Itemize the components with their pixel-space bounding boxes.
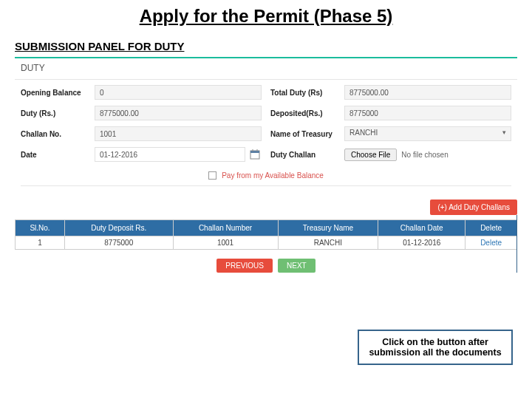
- add-duty-challans-button[interactable]: (+) Add Duty Challans: [430, 200, 517, 215]
- nav-button-row: PREVIOUS NEXT: [0, 259, 532, 273]
- panel-header: DUTY: [15, 58, 517, 80]
- th-slno: Sl.No.: [16, 219, 65, 236]
- choose-file-button[interactable]: Choose File: [344, 149, 397, 161]
- challan-no-label: Challan No.: [21, 130, 95, 138]
- th-deposit: Duty Deposit Rs.: [64, 219, 173, 236]
- treasury-label: Name of Treasury: [270, 130, 344, 138]
- pay-from-balance-checkbox[interactable]: [208, 171, 216, 180]
- right-column: Total Duty (Rs) 8775000.00 Deposited(Rs.…: [270, 84, 511, 167]
- th-challan: Challan Number: [173, 219, 278, 236]
- previous-button[interactable]: PREVIOUS: [216, 259, 273, 273]
- file-status-text: No file chosen: [401, 151, 448, 159]
- pay-from-balance-row: Pay from my Available Balance: [21, 167, 511, 186]
- total-duty-label: Total Duty (Rs): [270, 89, 344, 97]
- subtitle: SUBMISSION PANEL FOR DUTY: [15, 40, 532, 52]
- duty-challan-label: Duty Challan: [270, 151, 344, 159]
- pay-from-balance-text: Pay from my Available Balance: [222, 171, 324, 180]
- th-date: Challan Date: [378, 219, 466, 236]
- svg-rect-1: [250, 151, 259, 153]
- date-label: Date: [21, 151, 95, 159]
- treasury-select[interactable]: RANCHI: [344, 126, 511, 141]
- calendar-icon[interactable]: [248, 148, 262, 161]
- td-treasury: RANCHI: [278, 236, 378, 249]
- duty-rs-label: Duty (Rs.): [21, 109, 95, 117]
- duty-panel: DUTY Opening Balance 0 Duty (Rs.) 877500…: [15, 57, 517, 186]
- callout-connector-line: [516, 215, 517, 273]
- challan-table: Sl.No. Duty Deposit Rs. Challan Number T…: [15, 219, 517, 250]
- td-slno: 1: [16, 236, 65, 249]
- deposited-label: Deposited(Rs.): [270, 109, 344, 117]
- form-area: Opening Balance 0 Duty (Rs.) 8775000.00 …: [15, 80, 517, 167]
- th-treasury: Treasury Name: [278, 219, 378, 236]
- date-input[interactable]: 01-12-2016: [95, 147, 245, 162]
- td-date: 01-12-2016: [378, 236, 466, 249]
- left-column: Opening Balance 0 Duty (Rs.) 8775000.00 …: [21, 84, 262, 167]
- instruction-callout: Click on the button after submission all…: [358, 330, 513, 365]
- duty-rs-input[interactable]: 8775000.00: [95, 106, 262, 120]
- total-duty-input[interactable]: 8775000.00: [344, 85, 511, 100]
- add-challan-row: (+) Add Duty Challans: [15, 200, 517, 215]
- opening-balance-label: Opening Balance: [21, 89, 95, 97]
- next-button[interactable]: NEXT: [278, 259, 316, 273]
- table-row: 1 8775000 1001 RANCHI 01-12-2016 Delete: [16, 236, 517, 249]
- page-title: Apply for the Permit (Phase 5): [0, 6, 532, 27]
- th-delete: Delete: [466, 219, 517, 236]
- deposited-input[interactable]: 8775000: [344, 106, 511, 120]
- td-deposit: 8775000: [64, 236, 173, 249]
- opening-balance-input[interactable]: 0: [95, 85, 262, 100]
- td-challan: 1001: [173, 236, 278, 249]
- delete-link[interactable]: Delete: [480, 239, 502, 247]
- challan-no-input[interactable]: 1001: [95, 126, 262, 141]
